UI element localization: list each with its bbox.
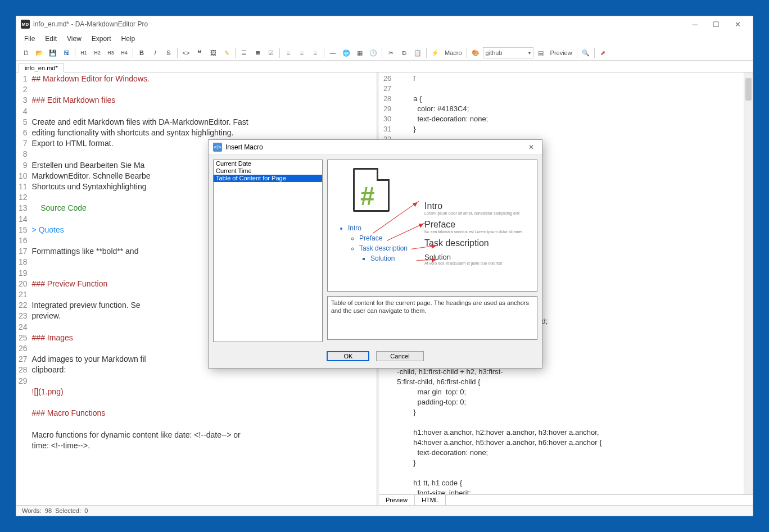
align-center-button[interactable]: ≡: [296, 47, 308, 59]
highlight-button[interactable]: ✎: [220, 47, 233, 59]
strike-button[interactable]: S: [162, 47, 175, 59]
macro-icon[interactable]: ⚡: [429, 47, 441, 59]
toc-solution: Solution: [370, 254, 408, 262]
sample-preface: Preface: [424, 220, 531, 230]
titlebar: MD info_en.md* - DA-MarkdownEditor Pro ─…: [16, 16, 753, 32]
theme-icon[interactable]: 🎨: [469, 47, 482, 59]
menu-edit[interactable]: Edit: [40, 33, 61, 44]
export-icon[interactable]: ⬈: [597, 47, 609, 59]
time-button[interactable]: 🕒: [367, 47, 379, 59]
macro-preview-image: # Intro Preface Task description Solutio…: [327, 160, 537, 292]
paste-icon[interactable]: 📋: [411, 47, 424, 59]
preview-icon[interactable]: ▤: [535, 47, 547, 59]
selected-value: 0: [84, 507, 88, 514]
tab-html[interactable]: HTML: [415, 495, 446, 505]
theme-select[interactable]: github ▾: [483, 47, 533, 58]
preview-tabs: Preview HTML: [379, 494, 753, 505]
code-button[interactable]: <>: [180, 47, 192, 59]
theme-value: github: [486, 49, 503, 56]
sample-intro: Intro: [424, 201, 531, 211]
image-button[interactable]: 🖼: [207, 47, 219, 59]
align-right-button[interactable]: ≡: [309, 47, 322, 59]
macro-list[interactable]: Current DateCurrent TimeTable of Content…: [213, 160, 323, 342]
macro-list-item[interactable]: Current Date: [214, 160, 322, 167]
h1-button[interactable]: H1: [78, 47, 90, 59]
cut-icon[interactable]: ✂: [384, 47, 397, 59]
minimize-button[interactable]: ─: [684, 18, 705, 30]
sample-solution-sub: At vero eos et accusam et justo duo dolo…: [424, 261, 531, 265]
close-button[interactable]: ✕: [727, 18, 748, 30]
macro-description: Table of content for the current page. T…: [327, 296, 537, 340]
preview-label[interactable]: Preview: [548, 49, 575, 56]
h2-button[interactable]: H2: [91, 47, 103, 59]
selected-label: Selected:: [55, 507, 81, 514]
dialog-titlebar: </> Insert Macro ✕: [209, 140, 542, 155]
toc-preface: Preface: [359, 234, 408, 242]
sample-preface-sub: No sea takimata sanctus est Lorem ipsum …: [424, 230, 531, 234]
insert-macro-dialog: </> Insert Macro ✕ Current DateCurrent T…: [208, 139, 542, 369]
ok-button[interactable]: OK: [327, 351, 369, 361]
words-value: 98: [45, 507, 52, 514]
dialog-close-button[interactable]: ✕: [525, 143, 537, 151]
preview-scrollbar[interactable]: [744, 72, 753, 494]
chevron-down-icon: ▾: [528, 51, 531, 56]
toc-task: Task description: [359, 244, 408, 252]
scrollbar-thumb[interactable]: [745, 78, 752, 101]
words-label: Words:: [22, 507, 42, 514]
menu-export[interactable]: Export: [87, 33, 116, 44]
search-icon[interactable]: 🔍: [580, 47, 592, 59]
tab-file[interactable]: info_en.md*: [19, 63, 64, 72]
app-icon: MD: [21, 20, 30, 29]
tab-preview[interactable]: Preview: [379, 495, 415, 505]
save-all-icon[interactable]: 🖫: [60, 47, 73, 59]
quote-button[interactable]: ❝: [193, 47, 206, 59]
menu-file[interactable]: File: [20, 33, 39, 44]
dialog-icon: </>: [213, 143, 222, 152]
toc-intro: Intro: [348, 224, 408, 232]
open-file-icon[interactable]: 📂: [33, 47, 46, 59]
statusbar: Words: 98 Selected: 0: [16, 505, 753, 516]
dialog-title-text: Insert Macro: [225, 143, 263, 151]
sample-intro-sub: Lorem ipsum dolor sit amet, consetetur s…: [424, 211, 531, 215]
maximize-button[interactable]: ☐: [705, 18, 727, 30]
hash-icon: #: [360, 181, 375, 211]
checklist-button[interactable]: ☑: [265, 47, 277, 59]
toc-body-sample: Intro Lorem ipsum dolor sit amet, conset…: [414, 166, 531, 265]
document-icon: #: [353, 168, 390, 212]
menu-view[interactable]: View: [62, 33, 86, 44]
h3-button[interactable]: H3: [105, 47, 117, 59]
macro-list-item[interactable]: Current Time: [214, 167, 322, 175]
cancel-button[interactable]: Cancel: [376, 351, 423, 361]
toolbar: 🗋 📂 💾 🖫 H1 H2 H3 H4 B I S <> ❝ 🖼 ✎ ☰ ≣ ☑…: [16, 46, 753, 61]
bold-button[interactable]: B: [135, 47, 148, 59]
table-button[interactable]: ▦: [354, 47, 366, 59]
save-icon[interactable]: 💾: [47, 47, 59, 59]
copy-icon[interactable]: ⧉: [398, 47, 410, 59]
link-button[interactable]: 🌐: [340, 47, 352, 59]
list-ol-button[interactable]: ≣: [251, 47, 264, 59]
macro-label[interactable]: Macro: [442, 49, 464, 56]
sample-solution: Solution: [424, 253, 531, 261]
sample-task: Task description: [424, 238, 531, 248]
h4-button[interactable]: H4: [118, 47, 130, 59]
macro-list-item[interactable]: Table of Content for Page: [214, 175, 322, 182]
hr-button[interactable]: —: [327, 47, 339, 59]
italic-button[interactable]: I: [149, 47, 161, 59]
window-title: info_en.md* - DA-MarkdownEditor Pro: [33, 20, 148, 28]
editor-tabs: info_en.md*: [16, 61, 753, 72]
menubar: File Edit View Export Help: [16, 32, 753, 46]
list-ul-button[interactable]: ☰: [238, 47, 250, 59]
align-left-button[interactable]: ≡: [282, 47, 295, 59]
new-file-icon[interactable]: 🗋: [20, 47, 32, 59]
menu-help[interactable]: Help: [117, 33, 140, 44]
line-numbers: 1234567891011121314151617181920212223242…: [16, 72, 31, 505]
